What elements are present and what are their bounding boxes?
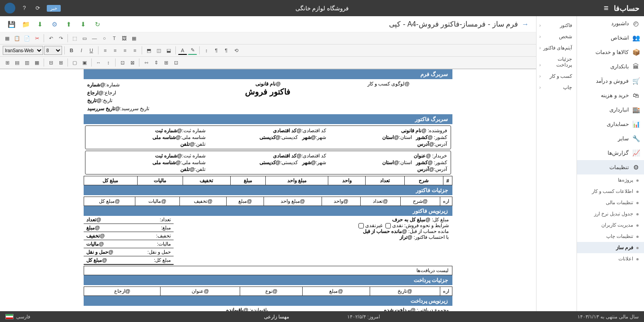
avatar[interactable] [4,3,15,13]
flag-icon[interactable] [5,314,13,319]
tool-redo-icon[interactable]: ↷ [56,34,65,43]
sidebar-item-other[interactable]: 🔧سایر [577,131,644,146]
sidebar-sub-exchange[interactable]: جدول تبدیل نرخ ارز [577,208,644,219]
fld-label: شناسه ملی: [181,160,206,165]
underline-icon[interactable]: U [87,46,96,55]
fld-label: تلفن: [195,141,206,147]
table-row-icon[interactable]: ▤ [13,58,22,67]
tool-copy-icon[interactable]: 📋 [13,34,22,43]
group-icon[interactable]: ⊡ [118,58,127,67]
secondary-print[interactable]: چاپ [537,82,577,93]
toolbar-separator [67,34,68,42]
tool-rect-icon[interactable]: ▭ [80,34,89,43]
totalwords-val: @مبلغ کل به حرف [392,217,430,222]
sidebar-sub-financial[interactable]: تنظیمات مالی [577,197,644,208]
sidebar-item-purchase[interactable]: 🛍خرید و هزینه [577,88,644,103]
canvas-area[interactable]: سربرگ فرم @لوگوی کسب و کار @نام قانونی ف… [0,69,536,311]
fld-label: کد اقتصادی: [301,128,326,133]
help-icon[interactable]: ? [20,4,29,13]
border-icon[interactable]: ▢ [70,58,79,67]
tool-circle-icon[interactable]: ○ [100,34,109,43]
merge-icon[interactable]: ⊟ [46,58,55,67]
sidebar-sub-notifications[interactable]: اعلانات [577,253,644,264]
ungroup-icon[interactable]: ⊠ [128,58,137,67]
tool-grid-icon[interactable]: ▦ [130,34,139,43]
folder-icon[interactable]: 📁 [22,20,30,28]
sidebar-item-accounting[interactable]: 📊حسابداری [577,117,644,131]
valign-top-icon[interactable]: ⬒ [144,46,153,55]
save-icon[interactable]: 💾 [7,20,15,28]
lang-label[interactable]: فارسی [16,314,30,320]
tool-cut-icon[interactable]: ✂ [32,34,41,43]
highlight-icon[interactable]: ✎ [188,46,197,55]
align-right-icon[interactable]: ≡ [101,46,110,55]
distribute-h-icon[interactable]: ⇿ [142,58,151,67]
size-select[interactable]: 8 [44,46,62,55]
sidebar-sub-business[interactable]: اطلاعات کسب و کار [577,186,644,197]
distribute-v-icon[interactable]: ⇕ [152,58,161,67]
sidebar-item-sales[interactable]: 🛒فروش و درآمد [577,74,644,88]
italic-icon[interactable]: I [77,46,86,55]
secondary-items[interactable]: آیتم‌های فاکتور [537,42,577,54]
grid-toggle-icon[interactable]: ⊞ [161,58,170,67]
split-icon[interactable]: ⊞ [56,58,65,67]
bold-icon[interactable]: B [67,46,76,55]
gear-icon[interactable]: ⚙ [50,20,58,28]
sidebar-sub-projects[interactable]: پروژه‌ها [577,174,644,186]
border2-icon[interactable]: ▣ [80,58,89,67]
tool-line-icon[interactable]: — [90,34,99,43]
width-icon[interactable]: ↔ [94,58,103,67]
cart-icon: 🛒 [632,77,640,85]
tool-source-icon[interactable]: ▦ [3,34,12,43]
insert-table-icon[interactable]: ⊞ [3,58,12,67]
table-cell-icon[interactable]: ▦ [32,58,41,67]
fld-val: @استان [382,160,399,165]
sidebar-item-warehouse[interactable]: 🏬انبارداری [577,103,644,117]
download-icon[interactable]: ⬇ [79,20,87,28]
font-select[interactable]: IranSans-Web [3,46,43,55]
secondary-business[interactable]: کسب و کار [537,71,577,82]
refresh-icon[interactable]: ↻ [94,20,102,28]
refresh-icon[interactable]: ⟳ [33,4,42,13]
toolbar-separator [44,58,44,67]
sidebar-item-settings[interactable]: ⚙تنظیمات [577,160,644,174]
table-col-icon[interactable]: ▥ [22,58,31,67]
sidebar-sub-users[interactable]: مدیریت کاربران [577,219,644,231]
sidebar-item-dashboard[interactable]: ◴داشبورد [577,16,644,31]
font-color-icon[interactable]: A [178,46,187,55]
snap-icon[interactable]: ⊡ [171,58,180,67]
menu-toggle-icon[interactable]: ≡ [604,4,608,13]
upload-icon[interactable]: ⬆ [65,20,73,28]
date-label: تاریخ: [102,98,112,103]
clear-icon[interactable]: ⟲ [232,46,241,55]
sidebar-sub-formbuilder[interactable]: فرم ساز [577,242,644,253]
secondary-invoice[interactable]: فاکتور [537,20,577,31]
valign-bot-icon[interactable]: ⬓ [164,46,173,55]
sidebar-sub-print[interactable]: تنظیمات چاپ [577,231,644,242]
ltr-icon[interactable]: ¶ [222,46,231,55]
tool-undo-icon[interactable]: ↶ [46,34,55,43]
news-badge[interactable]: خبر [47,5,61,12]
sidebar-item-people[interactable]: 👥اشخاص [577,31,644,45]
sidebar-item-banking[interactable]: 🏛بانکداری [577,59,644,74]
secondary-person[interactable]: شخص [537,31,577,42]
export-icon[interactable]: ⬇ [36,20,44,28]
lineheight-icon[interactable]: ↕ [202,46,211,55]
sidebar-item-reports[interactable]: 📈گزارش‌ها [577,146,644,160]
cash-checkbox[interactable] [385,223,391,228]
noncash-checkbox[interactable] [358,223,364,228]
sidebar-item-products[interactable]: 📦کالاها و خدمات [577,45,644,59]
secondary-payments[interactable]: جزئیات پرداخت [537,54,577,71]
valign-mid-icon[interactable]: ◫ [154,46,163,55]
tool-image-icon[interactable]: 🖼 [120,34,129,43]
date-val: @تاریخ [87,98,102,103]
back-icon[interactable]: → [522,20,529,28]
tool-paste-icon[interactable]: 📄 [22,34,31,43]
rtl-icon[interactable]: ¶ [212,46,221,55]
height-icon[interactable]: ↕ [104,58,113,67]
align-justify-icon[interactable]: ≡ [130,46,139,55]
tool-select-icon[interactable]: ⬚ [70,34,79,43]
align-left-icon[interactable]: ≡ [121,46,130,55]
tool-text-icon[interactable]: T [110,34,119,43]
align-center-icon[interactable]: ≡ [111,46,120,55]
